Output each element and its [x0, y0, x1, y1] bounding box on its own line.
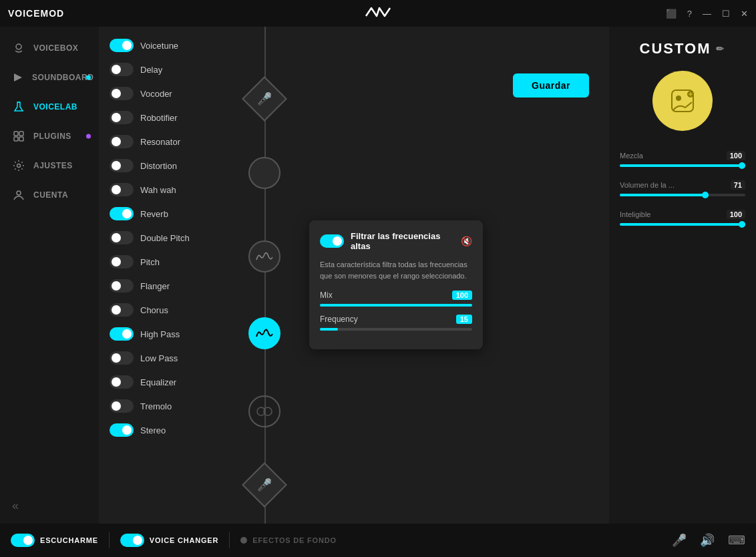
effect-toggle-chorus[interactable] — [110, 303, 134, 317]
sidebar-item-voicelab-label: VOICELAB — [33, 102, 77, 112]
edit-icon[interactable]: ✏ — [716, 43, 725, 54]
effect-item-distortion[interactable]: Distortion — [106, 154, 252, 178]
svg-point-12 — [676, 96, 681, 101]
sidebar-item-ajustes[interactable]: AJUSTES — [0, 151, 99, 180]
inteligible-track[interactable] — [620, 223, 745, 226]
popup-mix-fill — [320, 304, 472, 307]
effect-toggle-flanger[interactable] — [110, 279, 134, 293]
effect-label-lowpass: Low Pass — [140, 353, 178, 363]
volume-icon[interactable]: 🔊 — [700, 533, 715, 548]
right-panel: CUSTOM ✏ Mezcla 100 V — [609, 27, 756, 524]
popup-mix-value: 100 — [452, 291, 472, 300]
sidebar-item-voicebox[interactable]: VOICEBOX — [0, 33, 99, 63]
popup-freq-label: Frequency — [320, 315, 358, 324]
mezcla-thumb — [739, 162, 745, 169]
pipeline-node-stereo[interactable] — [248, 395, 280, 427]
mezcla-fill — [620, 164, 745, 167]
effect-label-resonator: Resonator — [140, 137, 180, 147]
bottom-bar: ESCUCHARME VOICE CHANGER EFECTOS DE FOND… — [0, 524, 756, 557]
sidebar-item-plugins-label: PLUGINS — [33, 132, 71, 141]
pipeline-node-circle-1[interactable] — [248, 157, 280, 189]
pipeline-node-mic-top: 🎤 — [247, 81, 282, 116]
popup-mix-slider: Mix 100 — [320, 291, 472, 307]
bottom-separator-1 — [109, 532, 110, 548]
keyboard-icon[interactable]: ⌨ — [728, 533, 745, 548]
help-icon[interactable]: ? — [687, 9, 692, 19]
sidebar-item-soundboard-label: SOUNDBOARD — [32, 73, 93, 82]
effect-item-delay[interactable]: Delay — [106, 57, 252, 81]
effect-item-resonator[interactable]: Resonator — [106, 130, 252, 154]
svg-rect-6 — [19, 137, 23, 141]
effect-toggle-highpass[interactable] — [110, 327, 134, 341]
escucharme-label: ESCUCHARME — [40, 536, 98, 544]
inteligible-thumb — [739, 221, 745, 228]
sidebar-item-cuenta[interactable]: CUENTA — [0, 180, 99, 210]
soundboard-icon — [12, 71, 24, 84]
effect-toggle-vocoder[interactable] — [110, 87, 134, 100]
effect-toggle-distortion[interactable] — [110, 159, 134, 172]
effect-toggle-tremolo[interactable] — [110, 399, 134, 413]
escucharme-group: ESCUCHARME — [11, 534, 98, 547]
effect-toggle-voicetune[interactable] — [110, 39, 134, 52]
effect-item-highpass[interactable]: High Pass — [106, 322, 252, 346]
effect-item-chorus[interactable]: Chorus — [106, 298, 252, 322]
effect-toggle-pitch[interactable] — [110, 255, 134, 268]
escucharme-toggle[interactable] — [11, 534, 35, 547]
popup-description: Esta característica filtra todas las fre… — [320, 259, 472, 281]
sidebar: VOICEBOX SOUNDBOARD VOICELAB P — [0, 27, 99, 524]
effect-item-reverb[interactable]: Reverb — [106, 202, 252, 226]
right-panel-title: CUSTOM ✏ — [640, 40, 726, 57]
titlebar: VOICEMOD ⬛ ? — ☐ ✕ — [0, 0, 756, 27]
effect-toggle-wahwah[interactable] — [110, 183, 134, 196]
maximize-icon[interactable]: ☐ — [722, 9, 730, 19]
popup-freq-fill — [320, 328, 338, 331]
effect-item-voicetune[interactable]: Voicetune — [106, 33, 252, 57]
sidebar-item-voicelab[interactable]: VOICELAB — [0, 92, 99, 122]
popup-toggle[interactable] — [320, 234, 344, 248]
popup-freq-track[interactable] — [320, 328, 472, 331]
pipeline-node-highpass[interactable] — [248, 317, 280, 349]
efectos-group: EFECTOS DE FONDO — [240, 536, 337, 544]
effect-item-vocoder[interactable]: Vocoder — [106, 81, 252, 106]
voice-image[interactable] — [652, 71, 713, 131]
effect-label-flanger: Flanger — [140, 281, 170, 291]
effect-toggle-delay[interactable] — [110, 63, 134, 76]
effect-toggle-resonator[interactable] — [110, 135, 134, 148]
mezcla-track[interactable] — [620, 164, 745, 167]
svg-rect-4 — [19, 132, 23, 136]
microphone-icon[interactable]: 🎤 — [672, 533, 687, 548]
effect-item-flanger[interactable]: Flanger — [106, 274, 252, 298]
effect-toggle-doublepitch[interactable] — [110, 231, 134, 244]
collapse-button[interactable]: « — [0, 488, 99, 524]
volumen-track[interactable] — [620, 194, 745, 196]
popup-mix-track[interactable] — [320, 304, 472, 307]
inteligible-label-row: Inteligible 100 — [620, 210, 745, 219]
effect-item-tremolo[interactable]: Tremolo — [106, 394, 252, 418]
effect-item-lowpass[interactable]: Low Pass — [106, 346, 252, 370]
effect-item-stereo[interactable]: Stereo — [106, 418, 252, 442]
popup-frequency-slider: Frequency 15 — [320, 315, 472, 331]
effect-toggle-lowpass[interactable] — [110, 351, 134, 365]
sidebar-item-soundboard[interactable]: SOUNDBOARD — [0, 63, 99, 92]
volumen-value: 71 — [731, 180, 745, 190]
effect-toggle-equalizer[interactable] — [110, 375, 134, 389]
effect-toggle-robotifier[interactable] — [110, 111, 134, 124]
effect-toggle-reverb[interactable] — [110, 207, 134, 220]
bottom-separator-2 — [229, 532, 230, 548]
effect-item-pitch[interactable]: Pitch — [106, 250, 252, 274]
effect-toggle-stereo[interactable] — [110, 423, 134, 437]
sidebar-item-voicebox-label: VOICEBOX — [33, 43, 78, 53]
guardar-button[interactable]: Guardar — [513, 73, 589, 98]
close-icon[interactable]: ✕ — [741, 9, 748, 19]
effect-item-robotifier[interactable]: Robotifier — [106, 106, 252, 130]
sidebar-item-plugins[interactable]: PLUGINS — [0, 122, 99, 151]
vm-logo-icon — [365, 8, 391, 21]
effect-item-equalizer[interactable]: Equalizer — [106, 370, 252, 394]
voice-changer-toggle[interactable] — [120, 534, 144, 547]
popup-mute-icon[interactable]: 🔇 — [461, 236, 472, 246]
effect-item-wahwah[interactable]: Wah wah — [106, 178, 252, 202]
minimize-icon[interactable]: — — [703, 9, 711, 19]
pipeline-node-reverb[interactable] — [248, 240, 280, 272]
effect-item-doublepitch[interactable]: Double Pitch — [106, 226, 252, 250]
screenshot-icon[interactable]: ⬛ — [666, 9, 677, 19]
